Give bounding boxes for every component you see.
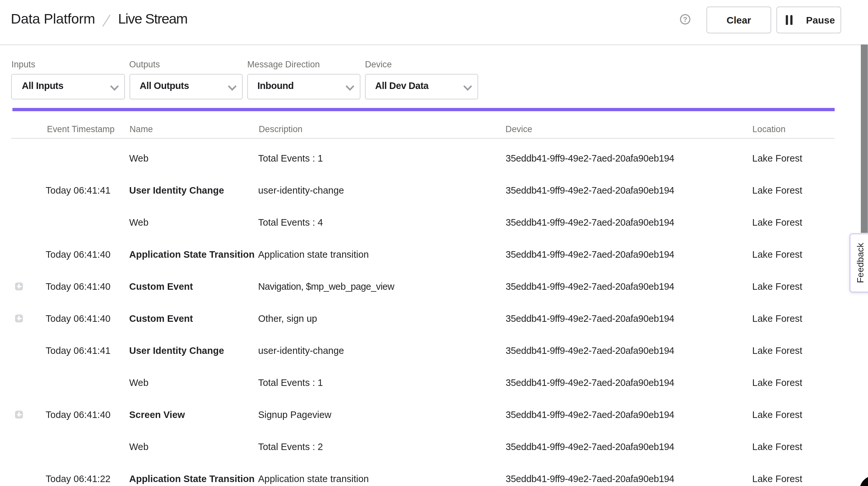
svg-text:?: ?: [683, 15, 687, 23]
